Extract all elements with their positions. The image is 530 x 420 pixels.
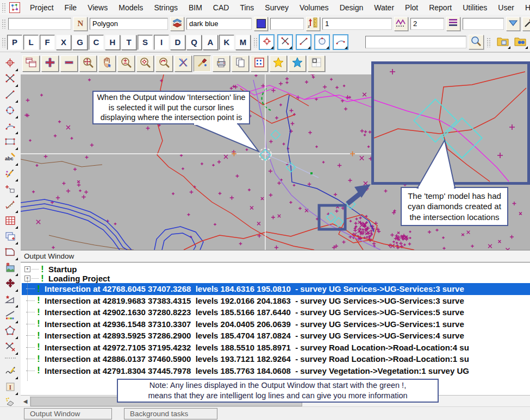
menu-project[interactable]: Project <box>24 3 59 12</box>
view-buttons-button[interactable] <box>251 55 268 72</box>
copy-window-button[interactable] <box>3 230 18 245</box>
create-point-button[interactable] <box>3 183 18 197</box>
log-row[interactable]: !Intersection at 42819.9683 37383.4315 l… <box>22 295 530 307</box>
cursor-target-button[interactable] <box>3 57 18 71</box>
zoom-in-button[interactable] <box>41 55 59 72</box>
slope-annotate-button[interactable] <box>3 293 18 308</box>
create-circle-button[interactable] <box>3 104 18 118</box>
create-text-button[interactable]: abc <box>3 151 18 166</box>
star-blue-button[interactable] <box>289 55 306 72</box>
menu-he[interactable]: He <box>520 3 530 12</box>
expand-icon[interactable]: + <box>24 266 30 272</box>
menu-bim[interactable]: BIM <box>183 3 208 12</box>
snap-letter-h[interactable]: H <box>105 35 120 50</box>
log-row[interactable]: !Intersection at 42902.1630 37280.8223 l… <box>22 306 530 318</box>
copy-view-button[interactable] <box>232 55 249 72</box>
weight-chooser-button[interactable] <box>394 17 408 31</box>
snap-letter-t[interactable]: T <box>121 35 136 50</box>
tree-item-loading-project[interactable]: +!Loading Project <box>22 274 530 283</box>
menu-utilities[interactable]: Utilities <box>457 3 492 12</box>
tab-output-window[interactable]: Output Window <box>24 408 112 419</box>
snap-letter-a[interactable]: A <box>203 35 218 50</box>
menu-plot[interactable]: Plot <box>400 3 423 12</box>
toolbar-grip[interactable] <box>487 37 490 47</box>
snap-letter-m[interactable]: M <box>235 35 251 50</box>
polygon-points-button[interactable] <box>3 324 18 339</box>
search-button[interactable] <box>469 35 484 49</box>
colour-swatch-button[interactable] <box>254 17 268 31</box>
menu-report[interactable]: Report <box>423 3 457 12</box>
snap-letter-k[interactable]: K <box>219 35 234 50</box>
corner-view-button[interactable] <box>308 55 325 72</box>
colour-field[interactable] <box>186 18 252 30</box>
text-style-button[interactable]: I <box>3 380 18 395</box>
menu-views[interactable]: Views <box>82 3 113 12</box>
snap-letter-i[interactable]: I <box>154 35 169 50</box>
search-input[interactable] <box>365 36 466 48</box>
star-yellow-button[interactable] <box>270 55 287 72</box>
erase-redraw-button[interactable] <box>174 55 192 72</box>
snap-circle-button[interactable] <box>314 34 330 50</box>
snap-point-button[interactable] <box>277 34 293 50</box>
menu-design[interactable]: Design <box>334 3 369 12</box>
menu-strings[interactable]: Strings <box>148 3 183 12</box>
log-row[interactable]: !Intersection at 42893.5925 37286.2900 l… <box>22 330 530 342</box>
cad-text-field[interactable] <box>8 18 71 30</box>
snap-letter-l[interactable]: L <box>23 35 39 50</box>
log-row[interactable]: !Intersection at 42972.7105 37195.4232 l… <box>22 342 530 354</box>
string-inquire-button[interactable] <box>3 72 18 87</box>
menu-volumes[interactable]: Volumes <box>294 3 334 12</box>
snap-letter-q[interactable]: Q <box>186 35 202 50</box>
freehand-draw-button[interactable] <box>3 365 18 379</box>
folder-box-button[interactable] <box>495 35 510 49</box>
tree-item-startup[interactable]: +!Startup <box>22 265 530 274</box>
paste-image-button[interactable] <box>3 261 18 276</box>
segment-colours-button[interactable] <box>3 309 18 323</box>
create-rectangle-button[interactable] <box>3 135 18 150</box>
zoom-magnify-button[interactable] <box>117 55 135 72</box>
log-row[interactable]: !Intersection at 42768.6045 37407.3268 l… <box>22 283 530 295</box>
name-field[interactable] <box>90 18 168 30</box>
snap-arc-button[interactable] <box>333 34 348 50</box>
create-polygon-button[interactable] <box>3 246 18 260</box>
log-row[interactable]: !Intersection at 42936.1548 37310.3307 l… <box>22 318 530 330</box>
grid-table-button[interactable] <box>3 214 18 229</box>
toolbar-grip[interactable] <box>253 37 257 47</box>
pick-button[interactable] <box>522 17 530 31</box>
zoom-extents-button[interactable] <box>79 55 97 72</box>
tin-chooser-button[interactable] <box>506 17 520 31</box>
justify-button[interactable]: N <box>73 17 88 31</box>
menu-tins[interactable]: Tins <box>234 3 259 12</box>
translate-move-button[interactable] <box>3 277 18 292</box>
new-view-button[interactable] <box>22 55 40 72</box>
snap-letter-d[interactable]: D <box>170 35 185 50</box>
snap-letter-x[interactable]: X <box>56 35 71 50</box>
linestyle-chooser-button[interactable] <box>446 17 460 31</box>
toolbar-grip[interactable] <box>2 19 5 29</box>
toolbar-grip[interactable] <box>2 37 5 47</box>
create-line-button[interactable] <box>3 88 18 103</box>
menu-cad[interactable]: CAD <box>208 3 235 12</box>
log-row[interactable]: !Intersection at 42886.0137 37460.5900 l… <box>22 353 530 365</box>
menu-water[interactable]: Water <box>369 3 400 12</box>
snap-letter-g[interactable]: G <box>72 35 88 50</box>
snap-cursor-button[interactable] <box>259 34 275 50</box>
height-field[interactable] <box>270 18 304 30</box>
linestyle-field[interactable] <box>410 18 444 30</box>
tab-background-tasks[interactable]: Background tasks <box>124 408 217 419</box>
menu-user[interactable]: User <box>492 3 520 12</box>
weight-field[interactable] <box>322 18 392 30</box>
measure-button[interactable] <box>3 198 18 213</box>
output-log[interactable]: +!Startup+!Loading Project!Intersection … <box>21 263 530 377</box>
model-chooser-button[interactable] <box>170 17 184 31</box>
edit-points-button[interactable] <box>3 167 18 181</box>
pan-button[interactable] <box>98 55 116 72</box>
snap-letter-s[interactable]: S <box>138 35 153 50</box>
scroll-left-arrow[interactable]: ◀ <box>21 396 30 406</box>
log-row[interactable]: !Intersection at 42791.8304 37445.7978 l… <box>22 365 530 377</box>
previous-view-button[interactable] <box>155 55 173 72</box>
redraw-brush-button[interactable] <box>194 55 211 72</box>
folder-search-button[interactable] <box>513 35 528 49</box>
snap-letter-p[interactable]: P <box>7 35 22 50</box>
create-arc-button[interactable] <box>3 120 18 134</box>
